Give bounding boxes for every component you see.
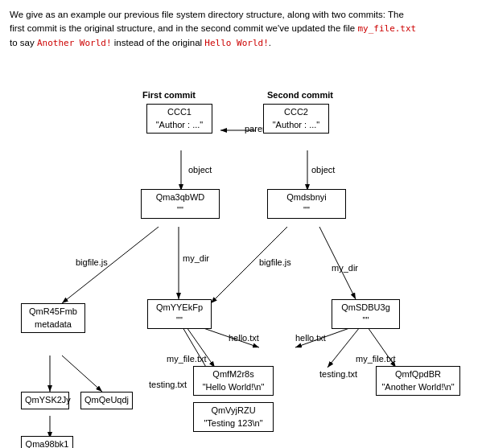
testing2-label: testing.txt — [319, 369, 357, 379]
mydir1-label: my_dir — [183, 253, 209, 263]
qmr45fmb-node: QmR45Fmb metadata — [21, 303, 85, 333]
ccc2-label: CCC2 — [267, 106, 325, 118]
diagram: First commit Second commit CCC1 "Author … — [10, 58, 472, 448]
qma98bk1-node: Qma98bk1 — [21, 436, 73, 448]
testing1-label: testing.txt — [149, 380, 187, 389]
qmysk2jy-node: QmYSK2Jy — [21, 392, 69, 409]
ccc2-node: CCC2 "Author : ..." — [263, 104, 329, 134]
qmyyekfp-label: QmYYEkFp — [151, 302, 208, 314]
inline-code-1: my_file.txt — [357, 23, 416, 34]
qmqeuqdj-node: QmQeUqdj — [80, 392, 133, 409]
qmyyekfp-sub: "" — [151, 314, 208, 327]
qmdsbnyi-label: Qmdsbnyi — [271, 191, 342, 203]
svg-line-12 — [328, 327, 360, 368]
qmyyekfp-node: QmYYEkFp "" — [147, 299, 212, 329]
intro-text-5: . — [269, 38, 271, 47]
bigfile2-label: bigfile.js — [259, 257, 291, 267]
page: We give as an example our previous file … — [0, 0, 482, 448]
qma3qbwd-node: Qma3qbWD "" — [141, 189, 220, 219]
qmfm2r8s-label: QmfM2r8s — [197, 368, 270, 380]
qmfqpdbr-sub: "Another World!\n" — [380, 381, 456, 393]
first-commit-label: First commit — [142, 90, 196, 100]
hello2-label: hello.txt — [295, 333, 326, 343]
qmdsbnyi-node: Qmdsbnyi "" — [267, 189, 346, 219]
inline-code-2: Another World! — [37, 38, 112, 48]
second-commit-label: Second commit — [267, 90, 333, 100]
intro-text-4: instead of the original — [114, 38, 202, 47]
inline-code-3: Hello World! — [204, 38, 268, 48]
qmfm2r8s-sub: "Hello World!\n" — [197, 381, 270, 393]
ccc1-label: CCC1 — [150, 106, 208, 118]
svg-line-15 — [62, 356, 102, 392]
qmsdbu3g-label: QmSDBU3g — [336, 302, 396, 314]
intro-text-2: first commit is the original structure, … — [10, 23, 355, 33]
ccc2-sub: "Author : ..." — [267, 119, 325, 131]
ccc1-sub: "Author : ..." — [150, 119, 208, 131]
qmysk2jy-label: QmYSK2Jy — [25, 394, 65, 406]
qmvyjrzu-label: QmVyjRZU — [197, 405, 270, 417]
hello1-label: hello.txt — [229, 333, 259, 343]
myfile2-label: my_file.txt — [356, 354, 396, 364]
qmqeuqdj-label: QmQeUqdj — [84, 394, 129, 406]
qmfqpdbr-label: QmfQpdBR — [380, 368, 456, 380]
intro-text-3: to say — [10, 38, 35, 47]
qmvyjrzu-sub: "Testing 123\n" — [197, 417, 270, 430]
qma3qbwd-label: Qma3qbWD — [145, 191, 216, 203]
object1-label: object — [188, 165, 212, 175]
intro-paragraph: We give as an example our previous file … — [10, 8, 472, 50]
qmsdbu3g-sub: "" — [336, 314, 396, 327]
qmfqpdbr-node: QmfQpdBR "Another World!\n" — [376, 366, 460, 396]
qmfm2r8s-node: QmfM2r8s "Hello World!\n" — [193, 366, 274, 396]
qmsdbu3g-node: QmSDBU3g "" — [332, 299, 400, 329]
qmdsbnyi-sub: "" — [271, 204, 342, 216]
myfile1-label: my_file.txt — [167, 354, 207, 364]
qma98bk1-label: Qma98bk1 — [25, 438, 69, 448]
ccc1-node: CCC1 "Author : ..." — [146, 104, 212, 134]
mydir2-label: my_dir — [332, 263, 358, 273]
qma3qbwd-sub: "" — [145, 204, 216, 216]
bigfile1-label: bigfile.js — [76, 257, 108, 267]
intro-text-1: We give as an example our previous file … — [10, 10, 404, 19]
qmvyjrzu-node: QmVyjRZU "Testing 123\n" — [193, 402, 274, 432]
qmr45fmb-label: QmR45Fmb — [25, 306, 81, 318]
object2-label: object — [311, 165, 335, 175]
qmr45fmb-sub: metadata — [25, 319, 81, 331]
